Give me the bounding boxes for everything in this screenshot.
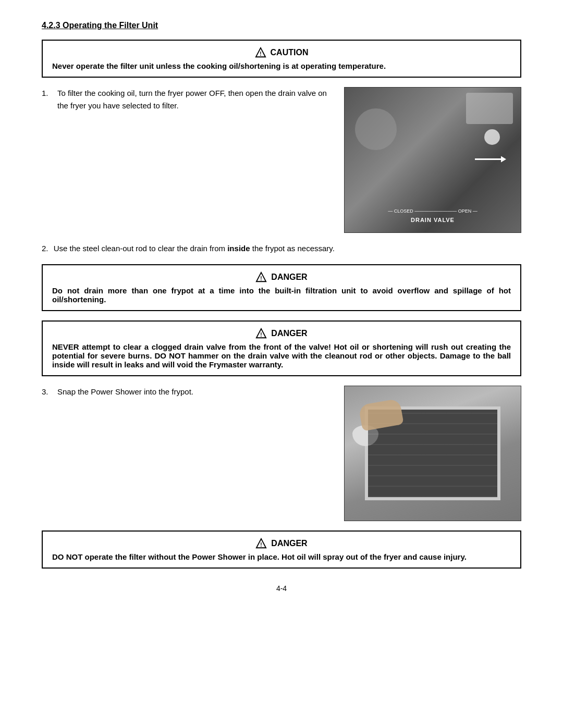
step1-image: — CLOSED ————————— OPEN — bbox=[344, 87, 521, 233]
step1-item: 1. To filter the cooking oil, turn the f… bbox=[42, 87, 332, 112]
danger-icon-2: ! bbox=[255, 328, 267, 339]
caution-label: CAUTION bbox=[271, 48, 309, 57]
step3-image bbox=[344, 386, 521, 521]
step2-suffix: the frypot as necessary. bbox=[250, 244, 335, 253]
step3-text: 3. Snap the Power Shower into the frypot… bbox=[42, 386, 332, 402]
step2-prefix: Use the steel clean-out rod to clear the… bbox=[54, 244, 228, 253]
step3-item: 3. Snap the Power Shower into the frypot… bbox=[42, 386, 332, 398]
danger-body-3: DO NOT operate the filter without the Po… bbox=[52, 552, 511, 561]
drain-valve-photo: — CLOSED ————————— OPEN — bbox=[344, 87, 521, 233]
svg-text:!: ! bbox=[261, 276, 262, 281]
step1-text: 1. To filter the cooking oil, turn the f… bbox=[42, 87, 332, 116]
arrow-indicator bbox=[475, 154, 506, 166]
danger-box-1: ! DANGER Do not drain more than one fryp… bbox=[42, 264, 521, 311]
step2-bold: inside bbox=[227, 244, 250, 253]
danger-box-2: ! DANGER NEVER attempt to clear a clogge… bbox=[42, 320, 521, 376]
svg-text:!: ! bbox=[260, 51, 261, 57]
step2-number: 2. bbox=[42, 244, 48, 253]
step1-description: To filter the cooking oil, turn the frye… bbox=[57, 87, 332, 112]
danger-body-1: Do not drain more than one frypot at a t… bbox=[52, 286, 511, 304]
step2-row: 2. Use the steel clean-out rod to clear … bbox=[42, 242, 521, 255]
step1-row: 1. To filter the cooking oil, turn the f… bbox=[42, 87, 521, 233]
danger-header-3: ! DANGER bbox=[52, 538, 511, 549]
caution-header: ! CAUTION bbox=[52, 47, 511, 58]
danger-icon-3: ! bbox=[255, 538, 267, 549]
danger-header-1: ! DANGER bbox=[52, 272, 511, 283]
step3-description: Snap the Power Shower into the frypot. bbox=[57, 386, 193, 398]
power-shower-photo bbox=[344, 386, 521, 521]
caution-icon: ! bbox=[255, 47, 266, 58]
danger-label-1: DANGER bbox=[271, 273, 307, 282]
page-number: 4-4 bbox=[42, 584, 521, 593]
step3-number: 3. bbox=[42, 386, 52, 398]
svg-text:!: ! bbox=[261, 332, 262, 338]
caution-box: ! CAUTION Never operate the filter unit … bbox=[42, 40, 521, 78]
caution-body: Never operate the filter unit unless the… bbox=[52, 61, 511, 70]
danger-label-2: DANGER bbox=[271, 329, 307, 338]
danger-label-3: DANGER bbox=[271, 539, 307, 548]
danger-icon-1: ! bbox=[255, 272, 267, 283]
step1-number: 1. bbox=[42, 87, 52, 112]
danger-box-3: ! DANGER DO NOT operate the filter witho… bbox=[42, 530, 521, 569]
danger-body-2: NEVER attempt to clear a clogged drain v… bbox=[52, 342, 511, 369]
danger-header-2: ! DANGER bbox=[52, 328, 511, 339]
step3-row: 3. Snap the Power Shower into the frypot… bbox=[42, 386, 521, 521]
svg-text:!: ! bbox=[261, 542, 262, 548]
svg-marker-3 bbox=[501, 156, 506, 163]
section-title: 4.2.3 Operating the Filter Unit bbox=[42, 21, 521, 30]
